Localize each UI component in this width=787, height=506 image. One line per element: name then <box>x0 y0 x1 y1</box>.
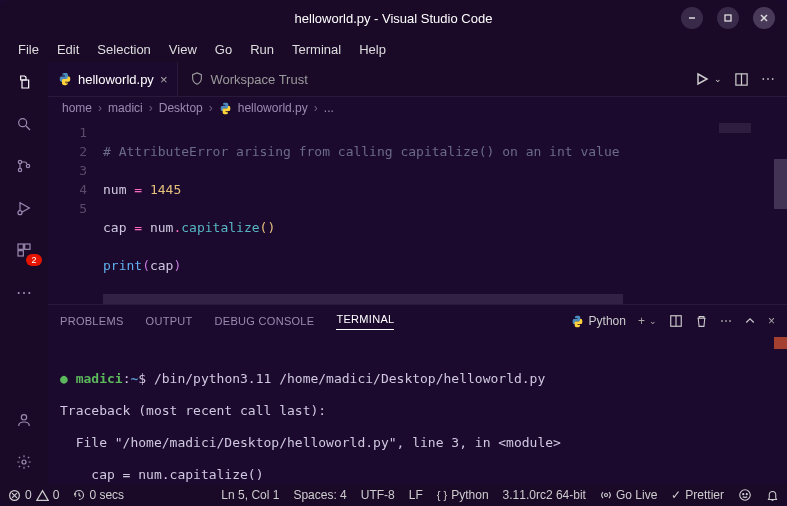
tab-debug-console[interactable]: DEBUG CONSOLE <box>215 315 315 327</box>
minimap[interactable] <box>719 123 773 133</box>
panel-more-icon[interactable]: ⋯ <box>720 314 732 328</box>
svg-point-14 <box>21 415 26 420</box>
history-icon <box>73 489 85 501</box>
status-spaces[interactable]: Spaces: 4 <box>293 488 346 502</box>
run-button[interactable] <box>694 71 710 87</box>
svg-line-5 <box>26 126 30 130</box>
new-terminal-dropdown-icon[interactable]: ⌄ <box>649 316 657 326</box>
svg-point-6 <box>18 160 21 163</box>
terminal-selector[interactable]: Python <box>571 314 626 328</box>
bc-home[interactable]: home <box>62 101 92 115</box>
menu-go[interactable]: Go <box>207 40 240 59</box>
scrollbar-thumb[interactable] <box>103 294 623 304</box>
status-errors[interactable]: 0 0 <box>8 488 59 502</box>
new-terminal-button[interactable]: + <box>638 314 645 328</box>
search-icon[interactable] <box>12 112 36 136</box>
settings-gear-icon[interactable] <box>12 450 36 474</box>
bc-file[interactable]: helloworld.py <box>238 101 308 115</box>
workspace-trust[interactable]: Workspace Trust <box>178 72 319 87</box>
more-icon[interactable]: ⋯ <box>12 280 36 304</box>
main-area: 2 ⋯ helloworld.py × Workspace Trust ⌄ ⋯ <box>0 62 787 484</box>
status-pyversion[interactable]: 3.11.0rc2 64-bit <box>503 488 586 502</box>
source-control-icon[interactable] <box>12 154 36 178</box>
close-panel-icon[interactable]: × <box>768 314 775 328</box>
tab-helloworld[interactable]: helloworld.py × <box>48 62 178 96</box>
term-output: cap = num.capitalize() <box>60 467 775 483</box>
status-prettier[interactable]: ✓ Prettier <box>671 488 724 502</box>
breadcrumb[interactable]: home› madici› Desktop› helloworld.py› ..… <box>48 97 787 119</box>
menu-run[interactable]: Run <box>242 40 282 59</box>
status-golive[interactable]: Go Live <box>600 488 657 502</box>
editor[interactable]: 1 2 3 4 5 # AttributeError arising from … <box>48 119 787 294</box>
status-bar: 0 0 0 secs Ln 5, Col 1 Spaces: 4 UTF-8 L… <box>0 484 787 506</box>
menu-file[interactable]: File <box>10 40 47 59</box>
code-token: capitalize <box>181 220 259 235</box>
chevron-right-icon: › <box>209 101 213 115</box>
split-editor-icon[interactable] <box>734 72 749 87</box>
more-actions-icon[interactable]: ⋯ <box>761 71 775 87</box>
menu-terminal[interactable]: Terminal <box>284 40 349 59</box>
status-eol[interactable]: LF <box>409 488 423 502</box>
status-bell-icon[interactable] <box>766 489 779 502</box>
code-token: 1445 <box>150 182 181 197</box>
chevron-right-icon: › <box>149 101 153 115</box>
code-token: ( <box>142 258 150 273</box>
svg-point-15 <box>22 460 26 464</box>
tab-close-icon[interactable]: × <box>160 72 168 87</box>
terminal-scroll-indicator[interactable] <box>774 337 787 349</box>
line-number: 1 <box>48 123 87 142</box>
code-body[interactable]: # AttributeError arising from calling ca… <box>103 119 787 294</box>
status-encoding[interactable]: UTF-8 <box>361 488 395 502</box>
menu-edit[interactable]: Edit <box>49 40 87 59</box>
explorer-icon[interactable] <box>12 70 36 94</box>
term-output: Traceback (most recent call last): <box>60 403 775 419</box>
minimize-button[interactable] <box>681 7 703 29</box>
panel: PROBLEMS OUTPUT DEBUG CONSOLE TERMINAL P… <box>48 304 787 484</box>
status-prettier-label: Prettier <box>685 488 724 502</box>
svg-point-10 <box>18 211 22 215</box>
kill-terminal-icon[interactable] <box>695 315 708 328</box>
svg-point-4 <box>19 119 27 127</box>
code-token: print <box>103 258 142 273</box>
scrollbar-thumb[interactable] <box>774 159 787 209</box>
bc-user[interactable]: madici <box>108 101 143 115</box>
menu-help[interactable]: Help <box>351 40 394 59</box>
account-icon[interactable] <box>12 408 36 432</box>
terminal-body[interactable]: ● madici:~$ /bin/python3.11 /home/madici… <box>48 337 787 484</box>
tab-filename: helloworld.py <box>78 72 154 87</box>
extensions-icon[interactable]: 2 <box>12 238 36 262</box>
code-token: cap <box>150 258 173 273</box>
close-button[interactable] <box>753 7 775 29</box>
maximize-button[interactable] <box>717 7 739 29</box>
activity-bar: 2 ⋯ <box>0 62 48 484</box>
bc-trailing[interactable]: ... <box>324 101 334 115</box>
status-feedback-icon[interactable] <box>738 488 752 502</box>
line-number: 4 <box>48 180 87 199</box>
menu-view[interactable]: View <box>161 40 205 59</box>
status-lncol[interactable]: Ln 5, Col 1 <box>221 488 279 502</box>
code-token: ) <box>267 220 275 235</box>
run-debug-icon[interactable] <box>12 196 36 220</box>
term-output: File "/home/madici/Desktop/helloworld.py… <box>60 435 775 451</box>
status-golive-label: Go Live <box>616 488 657 502</box>
maximize-panel-icon[interactable] <box>744 315 756 327</box>
tab-problems[interactable]: PROBLEMS <box>60 315 124 327</box>
bc-desktop[interactable]: Desktop <box>159 101 203 115</box>
vertical-scrollbar[interactable] <box>774 119 787 294</box>
tab-terminal[interactable]: TERMINAL <box>336 313 394 330</box>
menu-selection[interactable]: Selection <box>89 40 158 59</box>
terminal-selector-label: Python <box>589 314 626 328</box>
status-time[interactable]: 0 secs <box>73 488 124 502</box>
code-token: num <box>103 182 126 197</box>
horizontal-scrollbar[interactable] <box>48 294 787 304</box>
tab-row: helloworld.py × Workspace Trust ⌄ ⋯ <box>48 62 787 97</box>
shield-icon <box>190 72 204 86</box>
svg-point-7 <box>18 168 21 171</box>
tab-output[interactable]: OUTPUT <box>146 315 193 327</box>
status-errors-count: 0 <box>25 488 32 502</box>
status-language[interactable]: { } Python <box>437 488 489 502</box>
run-dropdown-icon[interactable]: ⌄ <box>714 74 722 84</box>
python-file-icon <box>58 72 72 86</box>
error-icon <box>8 489 21 502</box>
split-terminal-icon[interactable] <box>669 314 683 328</box>
